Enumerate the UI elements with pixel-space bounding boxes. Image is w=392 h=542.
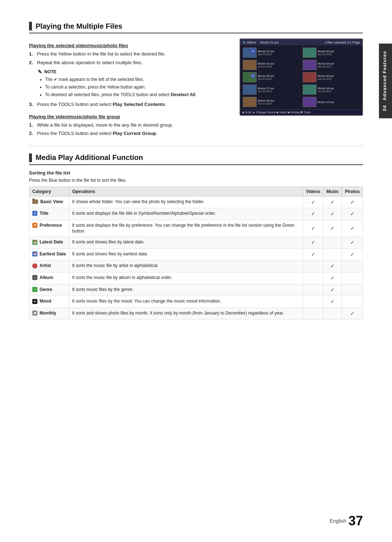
description-cell-3: It sorts and shows files by latest date. [69,237,303,249]
videos-cell-5 [303,260,323,272]
photos-cell-3: ✓ [342,237,363,249]
table-row: ▦ Monthly It sorts and shows photo files… [29,308,363,320]
screen-item-date: Jan.10.2010 [318,65,360,68]
screen-item: Movie 07.avi Jan.10.2010 [242,84,301,95]
col-music: Music [323,186,342,196]
screen-item: ✔ Movie 05.avi Jan.10.2010 [242,71,301,83]
subheading1: Playing the selected video/music/photo f… [29,43,232,48]
photos-cell-7 [342,284,363,296]
screen-item-info: Movie 09.avi Jan.10.2010 [258,99,300,105]
section2-title: Media Play Additional Function [36,153,143,162]
category-label: Artist [40,263,51,269]
screen-item-thumb [243,97,257,107]
photos-cell-8 [342,296,363,308]
steps-list-2: 1. While a file list is displayed, move … [29,122,232,137]
videos-cell-2: ✓ [303,220,323,237]
col-operations: Operations [69,186,303,196]
table-body: Basic View It shows whole folder. You ca… [29,196,363,320]
category-cell-3: 📅 Latest Date [29,237,69,249]
screen-item: Movie 02.avi Jan.10.2010 [302,47,361,58]
table-row: 📅 Latest Date It sorts and shows files b… [29,237,363,249]
title-icon: T [32,211,37,216]
music-cell-6: ✓ [323,272,342,284]
table-header-row: Category Operations Videos Music Photos [29,186,363,196]
folder-icon [32,200,38,204]
category-cell-5: ♪ Artist [29,260,69,272]
photos-cell-2: ✓ [342,220,363,237]
screen-item-filename: Movie 03.avi [258,62,300,65]
steps-list-1: 1. Press the Yellow button in the file l… [29,50,232,66]
screen-item-date: Jan.10.2010 [258,53,300,56]
genre-icon: ♬ [32,287,37,292]
page-container: 04 Advanced Features Playing the Multipl… [0,0,392,542]
screen-item: Movie 09.avi Jan.10.2010 [242,96,301,108]
col-videos: Videos [303,186,323,196]
check-videos: ✓ [311,251,315,257]
step-1-3: 3. Press the TOOLS button and select Pla… [29,101,232,108]
videos-cell-9 [303,308,323,320]
screen-item-info: Movie 06.avi Jan.10.2010 [318,74,360,80]
screen-item: Movie 08.avi Jan.10.2012 [302,84,361,95]
screen-item-filename: Movie 04.avi [318,62,360,65]
mood-icon: ● [32,299,37,304]
check-music: ✓ [330,225,335,231]
pref-icon: ★ [32,223,37,228]
check-photos: ✓ [350,251,355,257]
table-row: 📅 Earliest Date It sorts and shows files… [29,249,363,260]
screen-item-date: Jan.10.2010 [258,78,300,80]
screen-item-info: Movie 04.avi Jan.10.2010 [318,62,360,68]
screen-item-date: Jan.10.2012 [318,90,360,93]
section-divider [29,146,363,146]
description-cell-9: It sorts and shows photo files by month.… [69,308,303,320]
check-music: ✓ [330,299,335,304]
category-label: Preference [40,222,62,229]
screen-item-date: Jan.10.2010 [318,78,360,80]
description-cell-1: It sorts and displays the file title in … [69,208,303,220]
footer-pagenum: 37 [348,514,363,527]
videos-cell-3: ✓ [303,237,323,249]
check-music: ✓ [330,211,335,217]
step3-list: 3. Press the TOOLS button and select Pla… [29,101,232,108]
table-row: ● Mood It sorts music files by the mood.… [29,296,363,308]
screen-item-info: Movie 03.avi Jan.10.2010 [258,62,300,68]
artist-icon: ♪ [32,263,37,268]
table-row: ♪ Artist It sorts the music file by arti… [29,260,363,272]
heading-bar [29,22,32,30]
category-label: Album [40,275,53,281]
check-photos: ✓ [350,199,355,205]
screen-item-filename: Movie 01.avi [258,50,300,53]
selected-check: ✔ [250,49,256,54]
description-cell-4: It sorts and shows files by earliest dat… [69,249,303,260]
screen-mockup-container: ⊕ Videos Movie 01.avi 2 files selected 1… [240,38,363,139]
section1-content: Playing the selected video/music/photo f… [29,38,363,139]
screen-item-filename: Movie 08.avi [318,87,360,90]
sort-intro: Press the Blue button in the file list t… [29,178,363,183]
screen-item-filename: Movie 06.avi [318,74,360,78]
description-cell-5: It sorts the music file by artist in alp… [69,260,303,272]
category-label: Earliest Date [40,251,66,257]
photos-cell-6 [342,272,363,284]
early-icon: 📅 [32,251,37,256]
date-icon: 📅 [32,240,37,245]
screen-item-info: Movie 10.avi [318,100,360,104]
section1-heading: Playing the Multiple Files [29,22,363,33]
sort-table: Category Operations Videos Music Photos … [29,186,363,320]
description-cell-7: It sorts music files by the genre. [69,284,303,296]
screen-top-bar: ⊕ Videos Movie 01.avi 2 files selected 1… [240,39,362,45]
screen-item-thumb [303,85,317,95]
table-row: ♫ Album It sorts the music file by album… [29,272,363,284]
photos-cell-4: ✓ [342,249,363,260]
description-cell-6: It sorts the music file by album in alph… [69,272,303,284]
music-cell-0: ✓ [323,196,342,208]
category-label: Latest Date [40,239,63,245]
album-icon: ♫ [32,275,37,280]
category-label: Basic View [40,199,63,205]
col-category: Category [29,186,69,196]
heading-bar-2 [29,153,32,162]
check-videos: ✓ [311,199,315,205]
videos-cell-6 [303,272,323,284]
screen-item-thumb: ✔ [243,48,257,58]
step-1-2: 2. Repeat the above operation to select … [29,59,232,66]
screen-item-filename: Movie 02.avi [318,50,360,53]
section1-title: Playing the Multiple Files [36,22,122,30]
